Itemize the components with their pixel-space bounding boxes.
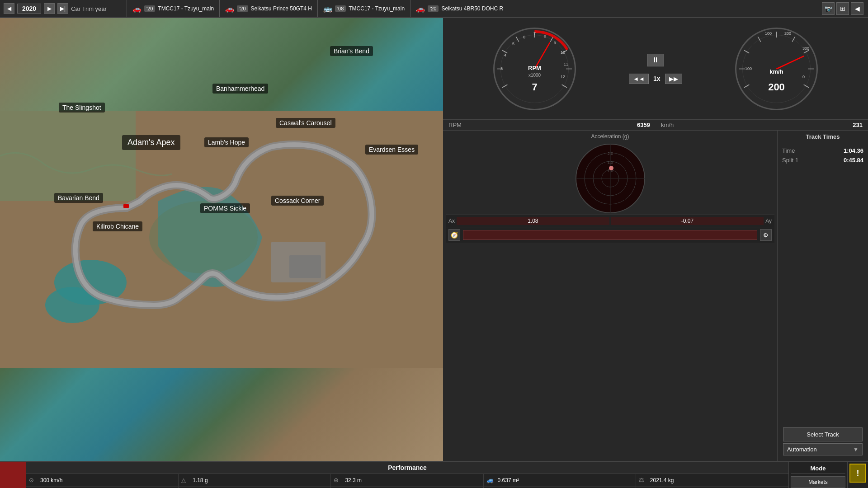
perf-c1-r1: ⊙300 km/h — [26, 474, 178, 487]
select-track-button[interactable]: Select Track — [783, 427, 863, 441]
next-button-2[interactable]: ▶| — [57, 3, 68, 14]
svg-text:6: 6 — [523, 35, 525, 39]
perf-col-5: ⚖2021.4 kg ⟺51.8 F / 48.2 R ↗0.162 ⚙2506… — [636, 474, 788, 488]
svg-text:7: 7 — [532, 81, 537, 93]
car-icon-1: 🚗 — [132, 5, 142, 13]
gauges-area: RPM x1000 3 4 5 6 7 8 9 10 11 12 7 — [443, 18, 868, 120]
speed-stat: km/h 231 — [656, 120, 868, 130]
split-row: Split 1 0:45.84 — [780, 155, 865, 165]
prev-button[interactable]: ◀ — [4, 3, 14, 14]
perf-data-area: Performance ⊙300 km/h ◎4.70 s ◎2.92 s ¼M… — [26, 462, 788, 488]
playback-controls: ⏸ ◄◄ 1x ▶▶ — [626, 18, 685, 119]
car-icon-4: 🚗 — [416, 5, 425, 13]
perf-col-4: 🚙0.637 m² 🚙0.360 ↕67.9 kg ↕87.9 kg — [484, 474, 636, 488]
pause-button[interactable]: ⏸ — [647, 54, 664, 66]
right-side-icons: ! ▶ ? — [847, 462, 868, 488]
svg-text:RPM: RPM — [528, 65, 541, 71]
track-dropdown-value: Automation — [787, 446, 853, 453]
split-label: Split 1 — [782, 157, 798, 164]
svg-text:11: 11 — [564, 62, 568, 66]
svg-text:0: 0 — [802, 75, 805, 79]
perf-col-1: ⊙300 km/h ◎4.70 s ◎2.92 s ¼Mile13.02 s 1… — [26, 474, 179, 488]
time-row: Time 1:04.36 — [780, 146, 865, 155]
accel-svg: 2.0 1.5 1.0 — [574, 142, 646, 215]
svg-text:9: 9 — [554, 41, 556, 45]
time-val: 1:04.36 — [844, 147, 863, 154]
car-name-3: TMCC17 - Tzuyu_main — [349, 5, 405, 12]
screenshot-button[interactable]: 📷 — [822, 2, 835, 15]
svg-text:300: 300 — [802, 46, 809, 51]
speed-label: km/h — [661, 122, 674, 128]
accel-panel: Acceleration (g) 2.0 1.5 1.0 — [443, 131, 778, 461]
ay-label: Ay — [765, 218, 772, 224]
accel-gauge: 2.0 1.5 1.0 — [574, 142, 646, 215]
perf-layout: Performance ⊙300 km/h ◎4.70 s ◎2.92 s ¼M… — [0, 462, 868, 488]
svg-text:5: 5 — [512, 42, 514, 46]
svg-text:-100: -100 — [744, 66, 752, 71]
car-year-3: '08 — [335, 5, 346, 12]
track-dropdown[interactable]: Automation ▼ — [783, 443, 863, 455]
perf-col-3: ⊕32.3 m ⊙0.0% ⊙0.4% ⊙0.0% — [331, 474, 483, 488]
perf-c3-r1: ⊕32.3 m — [331, 474, 483, 487]
ay-mid: -0.07 — [611, 217, 764, 225]
svg-rect-3 — [0, 111, 136, 201]
accel-title: Acceleration (g) — [591, 133, 629, 140]
speed-value: 231 — [853, 122, 863, 128]
svg-text:7: 7 — [533, 31, 536, 36]
car-item-1[interactable]: 🚗 '20 TMCC17 - Tzuyu_main — [127, 0, 219, 17]
performance-section: Performance ⊙300 km/h ◎4.70 s ◎2.92 s ¼M… — [0, 461, 868, 488]
time-label: Time — [782, 147, 795, 154]
ax-val: 1.08 — [457, 217, 609, 225]
svg-text:12: 12 — [561, 75, 565, 79]
trim-year-label: Car Trim year — [71, 5, 107, 12]
exclamation-button[interactable]: ! — [849, 464, 866, 483]
speed-gauge-wrap: km/h -100 100 200 300 0 200 — [685, 18, 868, 119]
mode-panel: Mode Markets Design Detail Stats Test Tr… — [788, 462, 847, 488]
times-panel: Track Times Time 1:04.36 Split 1 0:45.84… — [778, 131, 868, 461]
track-map: Brian's Bend Banhammerhead The Slingshot… — [0, 18, 443, 461]
top-bar-actions: 📷 ⊞ ◀ — [817, 2, 868, 15]
accel-bar — [463, 230, 757, 240]
bottom-right-area: Acceleration (g) 2.0 1.5 1.0 — [443, 131, 868, 461]
next-button[interactable]: ▶ — [44, 3, 55, 14]
svg-text:100: 100 — [765, 31, 772, 36]
svg-text:8: 8 — [544, 34, 546, 38]
compass-icon-btn[interactable]: 🧭 — [448, 229, 460, 241]
rpm-value: 6359 — [637, 122, 650, 128]
right-panel: RPM x1000 3 4 5 6 7 8 9 10 11 12 7 — [443, 18, 868, 461]
car-icon-2: 🚗 — [225, 5, 234, 13]
grid-button[interactable]: ⊞ — [836, 2, 849, 15]
car-name-2: Seikatsu Prince 50GT4 H — [251, 5, 312, 12]
perf-grid: ⊙300 km/h ◎4.70 s ◎2.92 s ¼Mile13.02 s 1… — [26, 474, 788, 488]
car-year-2: '20 — [237, 5, 248, 12]
speed-gauge-svg: km/h -100 100 200 300 0 200 — [732, 25, 821, 113]
ax-label: Ax — [448, 218, 455, 224]
car-name-1: TMCC17 - Tzuyu_main — [158, 5, 214, 12]
perf-c5-r1: ⚖2021.4 kg — [636, 474, 788, 487]
perf-left-col[interactable] — [0, 462, 26, 488]
back-button[interactable]: ◀ — [851, 2, 863, 15]
rpm-label: RPM — [448, 122, 462, 128]
rpm-stat: RPM 6359 — [443, 120, 656, 130]
svg-rect-5 — [123, 204, 129, 208]
speed-up-button[interactable]: ▶▶ — [665, 74, 682, 84]
car-item-2[interactable]: 🚗 '20 Seikatsu Prince 50GT4 H — [219, 0, 317, 17]
svg-text:10: 10 — [561, 50, 565, 55]
top-bar: ◀ 2020 ▶ ▶| Car Trim year 🚗 '20 TMCC17 -… — [0, 0, 868, 18]
mode-title: Mode — [791, 464, 845, 474]
svg-text:200: 200 — [768, 81, 785, 93]
car-year-1: '20 — [144, 5, 155, 12]
track-times-title: Track Times — [780, 133, 865, 143]
perf-col-2: △1.18 g ▽1.22 g 🚗5.3 ° — [179, 474, 331, 488]
svg-rect-7 — [289, 255, 321, 278]
car-year-4: '20 — [428, 5, 439, 12]
top-bar-left: ◀ 2020 ▶ ▶| Car Trim year — [0, 3, 127, 14]
car-list: 🚗 '20 TMCC17 - Tzuyu_main 🚗 '20 Seikatsu… — [127, 0, 817, 17]
markets-button[interactable]: Markets — [791, 476, 845, 488]
speed-down-button[interactable]: ◄◄ — [629, 74, 649, 84]
svg-text:x1000: x1000 — [528, 73, 541, 78]
car-item-4[interactable]: 🚗 '20 Seikatsu 4BR50 DOHC R — [410, 0, 509, 17]
car-item-3[interactable]: 🚌 '08 TMCC17 - Tzuyu_main — [317, 0, 410, 17]
settings-icon-btn[interactable]: ⚙ — [760, 229, 772, 241]
playback-speed: 1x — [651, 75, 663, 82]
